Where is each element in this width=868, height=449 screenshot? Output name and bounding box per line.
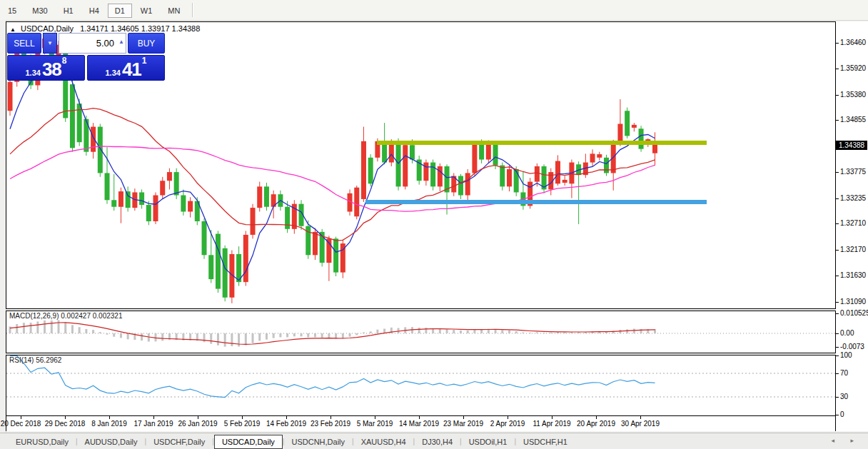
price-tick-label: 1.32170 bbox=[840, 246, 866, 253]
sell-button[interactable]: SELL bbox=[7, 33, 41, 54]
chart-symbol-label: USDCAD,Daily bbox=[21, 24, 74, 33]
date-tick-mark bbox=[419, 416, 420, 419]
date-tick-mark bbox=[375, 416, 375, 419]
axis-tick-mark bbox=[836, 373, 839, 374]
date-tick-mark bbox=[330, 416, 331, 419]
date-tick-mark bbox=[65, 416, 66, 419]
date-tick-label: 20 Apr 2019 bbox=[577, 420, 615, 428]
symbol-tab-usdoil[interactable]: USDOil,H1 bbox=[462, 435, 515, 448]
date-tick-mark bbox=[552, 416, 552, 419]
symbol-tabs: EURUSD,Daily|AUDUSD,Daily|USDCHF,Daily|U… bbox=[9, 435, 575, 449]
date-tick-mark bbox=[286, 416, 287, 419]
price-tick-label: 1.31630 bbox=[840, 271, 866, 279]
tab-scroll-left-icon[interactable]: ◂ bbox=[831, 437, 842, 444]
axis-tick-mark bbox=[836, 415, 839, 415]
date-tick-mark bbox=[242, 416, 243, 419]
volume-field-box: ▲ bbox=[59, 33, 126, 54]
axis-tick-mark bbox=[836, 313, 839, 314]
symbol-tab-usdcnh[interactable]: USDCNH,Daily bbox=[284, 435, 352, 448]
sell-price-box[interactable]: 1.34 38 8 bbox=[7, 55, 85, 81]
date-tick-label: 8 Jan 2019 bbox=[91, 420, 127, 428]
macd-panel[interactable] bbox=[6, 311, 836, 353]
symbol-tab-usdchf[interactable]: USDCHF,Daily bbox=[146, 435, 212, 448]
date-tick-label: 5 Mar 2019 bbox=[357, 420, 393, 428]
date-tick-mark bbox=[21, 416, 21, 419]
buy-price-prefix: 1.34 bbox=[105, 68, 120, 78]
date-tick-label: 23 Feb 2019 bbox=[311, 420, 350, 428]
timeframe-button-d1[interactable]: D1 bbox=[108, 4, 132, 18]
axis-tick-mark bbox=[836, 250, 839, 251]
price-tick-label: 1.35920 bbox=[840, 64, 866, 72]
macd-tick-label: -0.0073 bbox=[840, 343, 864, 350]
axis-tick-mark bbox=[836, 43, 839, 44]
rsi-tick-label: 70 bbox=[840, 369, 848, 377]
timeframe-button-mn[interactable]: MN bbox=[161, 4, 187, 18]
buy-price-box[interactable]: 1.34 41 1 bbox=[87, 55, 165, 81]
date-tick-label: 29 Dec 2018 bbox=[45, 420, 86, 428]
axis-tick-mark bbox=[836, 95, 839, 96]
timeframe-button-h1[interactable]: H1 bbox=[56, 4, 81, 18]
date-tick-label: 20 Dec 2018 bbox=[1, 420, 41, 428]
timeframe-button-15[interactable]: 15 bbox=[1, 4, 24, 18]
rsi-chart[interactable] bbox=[6, 355, 835, 415]
macd-tick-label: 0.010525 bbox=[840, 309, 868, 317]
price-tick-label: 1.35380 bbox=[840, 91, 866, 99]
date-tick-label: 30 Apr 2019 bbox=[621, 420, 660, 428]
symbol-tab-usdchf[interactable]: USDCHF,H1 bbox=[516, 435, 575, 448]
chart-arrow-icon[interactable]: ▲ bbox=[10, 26, 16, 33]
date-tick-mark bbox=[508, 416, 508, 419]
date-tick-mark bbox=[198, 416, 198, 419]
axis-tick-mark bbox=[836, 69, 839, 69]
axis-tick-mark bbox=[836, 333, 839, 334]
rsi-tick-label: 30 bbox=[840, 393, 848, 400]
timeframe-button-h4[interactable]: H4 bbox=[82, 4, 106, 18]
axis-tick-mark bbox=[836, 223, 839, 224]
chart-title: ▲ USDCAD,Daily 1.34171 1.34605 1.33917 1… bbox=[10, 24, 200, 33]
macd-chart[interactable] bbox=[6, 311, 835, 353]
price-axis[interactable]: 1.364601.359201.353801.348551.337751.332… bbox=[836, 21, 868, 431]
symbol-tab-audusd[interactable]: AUDUSD,Daily bbox=[78, 435, 145, 448]
axis-tick-mark bbox=[836, 397, 839, 398]
current-price-badge: 1.34388 bbox=[836, 141, 867, 150]
date-tick-label: 23 Mar 2019 bbox=[443, 420, 483, 428]
axis-tick-mark bbox=[836, 355, 839, 356]
symbol-tab-eurusd[interactable]: EURUSD,Daily bbox=[9, 435, 76, 448]
symbol-tab-dj30[interactable]: DJ30,H4 bbox=[415, 435, 460, 448]
date-tick-mark bbox=[640, 416, 641, 419]
volume-up-icon[interactable]: ▲ bbox=[118, 39, 124, 45]
date-tick-mark bbox=[153, 416, 154, 419]
axis-tick-mark bbox=[836, 302, 839, 303]
date-tick-label: 14 Mar 2019 bbox=[399, 420, 439, 428]
buy-price-pip: 1 bbox=[142, 57, 147, 64]
symbol-tab-xauusd[interactable]: XAUUSD,H4 bbox=[354, 435, 413, 448]
rsi-label: RSI(14) 56.2962 bbox=[9, 356, 61, 364]
symbol-tab-usdcad[interactable]: USDCAD,Daily bbox=[214, 435, 283, 449]
timeframe-toolbar: 15M30H1H4D1W1MN bbox=[0, 0, 868, 21]
volume-dropdown-button[interactable]: ▼ bbox=[43, 33, 57, 54]
axis-tick-mark bbox=[836, 347, 839, 348]
price-tick-label: 1.34855 bbox=[840, 116, 866, 123]
date-axis[interactable]: 20 Dec 201829 Dec 20188 Jan 201917 Jan 2… bbox=[6, 416, 836, 431]
buy-button[interactable]: BUY bbox=[128, 33, 165, 54]
date-tick-mark bbox=[463, 416, 464, 419]
price-tick-label: 1.31090 bbox=[840, 298, 866, 306]
timeframe-button-m30[interactable]: M30 bbox=[25, 4, 54, 18]
rsi-panel[interactable] bbox=[6, 355, 836, 416]
date-tick-mark bbox=[109, 416, 110, 419]
date-tick-label: 5 Feb 2019 bbox=[224, 420, 261, 428]
volume-input[interactable] bbox=[59, 37, 126, 49]
sell-price-main: 38 bbox=[42, 61, 61, 78]
date-tick-label: 11 Apr 2019 bbox=[533, 420, 570, 428]
axis-tick-mark bbox=[836, 276, 839, 276]
timeframe-buttons: 15M30H1H4D1W1MN bbox=[0, 4, 188, 16]
price-tick-label: 1.33775 bbox=[840, 168, 866, 176]
timeframe-button-w1[interactable]: W1 bbox=[133, 4, 160, 18]
tab-scroll-right-icon[interactable]: ▸ bbox=[850, 437, 861, 444]
price-tick-label: 1.36460 bbox=[840, 39, 866, 46]
sell-price-prefix: 1.34 bbox=[25, 68, 40, 78]
price-tick-label: 1.33235 bbox=[840, 194, 866, 202]
macd-tick-label: 0.00 bbox=[840, 329, 854, 337]
sell-price-pip: 8 bbox=[62, 57, 67, 64]
rsi-tick-label: 0 bbox=[840, 410, 844, 418]
symbol-tab-bar: EURUSD,Daily|AUDUSD,Daily|USDCHF,Daily|U… bbox=[0, 433, 868, 449]
